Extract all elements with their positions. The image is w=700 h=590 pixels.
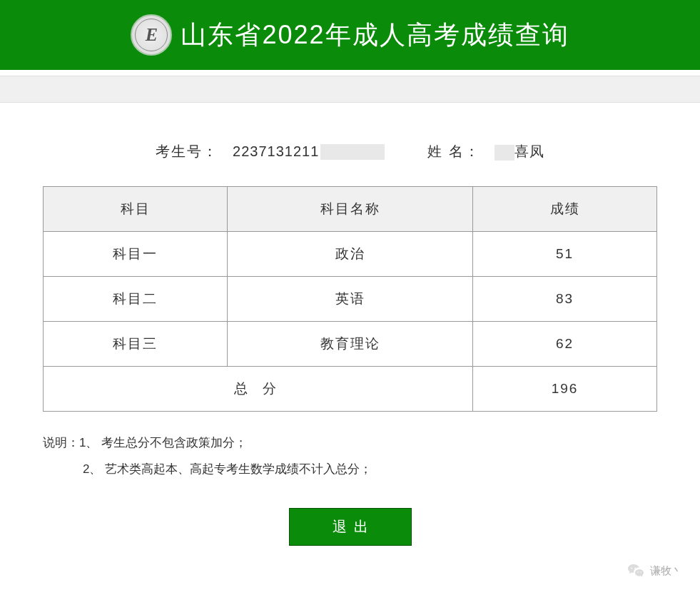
watermark: 谦牧丶	[627, 562, 682, 579]
table-header-row: 科目 科目名称 成绩	[44, 187, 657, 232]
cell-score: 83	[473, 277, 657, 322]
separator-bar	[0, 76, 700, 103]
header-subject-name: 科目名称	[228, 187, 473, 232]
student-name-value: 喜凤	[494, 142, 544, 161]
cell-subject: 科目一	[44, 232, 228, 277]
table-row: 科目二 英语 83	[44, 277, 657, 322]
student-id-value: 2237131211	[233, 143, 385, 161]
cell-score: 62	[473, 322, 657, 367]
exit-button[interactable]: 退出	[289, 508, 412, 546]
redacted-block	[494, 145, 514, 161]
page-title: 山东省2022年成人高考成绩查询	[181, 18, 569, 53]
redacted-block	[320, 144, 385, 160]
student-name-label: 姓 名：	[427, 143, 480, 159]
table-row: 科目一 政治 51	[44, 232, 657, 277]
header-score: 成绩	[473, 187, 657, 232]
note-line-1: 说明：1、 考生总分不包含政策加分；	[43, 429, 657, 456]
header-subject: 科目	[44, 187, 228, 232]
note-line-2: 2、 艺术类高起本、高起专考生数学成绩不计入总分；	[43, 456, 657, 482]
watermark-text: 谦牧丶	[650, 564, 682, 578]
cell-subject-name: 教育理论	[228, 322, 473, 367]
cell-subject: 科目三	[44, 322, 228, 367]
table-total-row: 总 分 196	[44, 367, 657, 412]
cell-subject-name: 英语	[228, 277, 473, 322]
total-label: 总 分	[44, 367, 473, 412]
score-table: 科目 科目名称 成绩 科目一 政治 51 科目二 英语 83 科目三 教育理论 …	[43, 186, 657, 412]
total-score: 196	[473, 367, 657, 412]
cell-subject: 科目二	[44, 277, 228, 322]
student-id-label: 考生号：	[156, 142, 218, 161]
notes-section: 说明：1、 考生总分不包含政策加分； 2、 艺术类高起本、高起专考生数学成绩不计…	[43, 429, 657, 483]
cell-subject-name: 政治	[228, 232, 473, 277]
wechat-icon	[627, 562, 644, 579]
student-info-row: 考生号： 2237131211 姓 名： 喜凤	[43, 142, 657, 161]
page-header: E 山东省2022年成人高考成绩查询	[0, 0, 700, 70]
logo-icon: E	[131, 14, 172, 56]
cell-score: 51	[473, 232, 657, 277]
table-row: 科目三 教育理论 62	[44, 322, 657, 367]
